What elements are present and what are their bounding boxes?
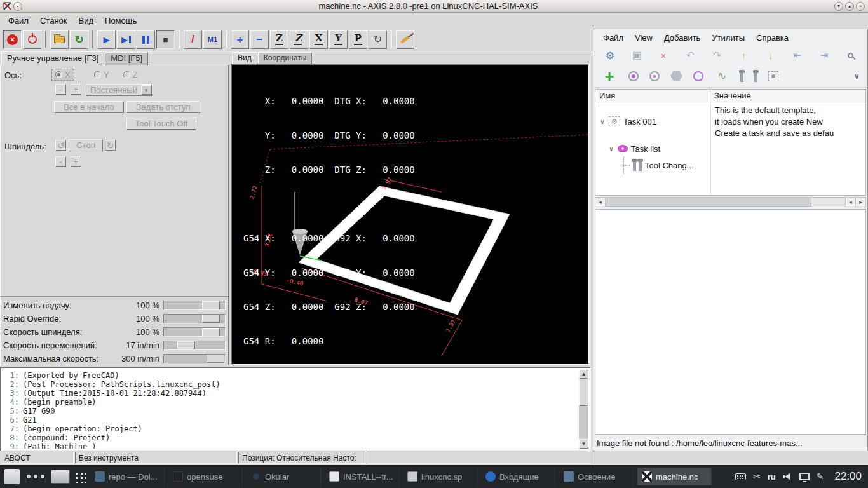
- tab-mdi[interactable]: MDI [F5]: [105, 52, 148, 65]
- spindle-plus-button[interactable]: +: [71, 156, 81, 167]
- gcode-line[interactable]: 6:G21: [5, 416, 576, 424]
- scrollbar-thumb[interactable]: [579, 379, 588, 406]
- home-all-button[interactable]: Все в начало: [54, 101, 124, 113]
- keyboard-layout-indicator[interactable]: ru: [768, 472, 776, 482]
- rapid-override-slider[interactable]: [163, 314, 226, 323]
- taskbar-item-mail[interactable]: Входящие: [481, 468, 555, 485]
- jog-speed-slider[interactable]: [163, 341, 226, 350]
- jog-minus-button[interactable]: -: [55, 84, 66, 95]
- open-file-button[interactable]: [50, 30, 69, 49]
- scroll-down-icon[interactable]: ▼: [579, 439, 588, 449]
- taskbar-item-okular[interactable]: Okular: [247, 468, 321, 485]
- view-p-button[interactable]: P: [349, 30, 367, 49]
- gcode-line[interactable]: 4:(begin preamble): [5, 398, 576, 407]
- hexagon-feature-icon[interactable]: [670, 71, 682, 81]
- gcode-line[interactable]: 1:(Exported by FreeCAD): [5, 371, 576, 380]
- show-desktop-button[interactable]: [51, 470, 70, 484]
- features-menu-add[interactable]: Добавить: [658, 30, 706, 45]
- menu-file[interactable]: Файл: [3, 14, 34, 27]
- scroll-up-icon[interactable]: ▲: [579, 369, 588, 379]
- view-z-button[interactable]: Z: [270, 30, 288, 49]
- pause-button[interactable]: [137, 30, 155, 49]
- taskbar-item-machine-nc[interactable]: machine.nc: [637, 468, 712, 485]
- move-down-icon[interactable]: ↓: [763, 48, 778, 63]
- spindle-stop-button[interactable]: Стоп: [69, 139, 103, 151]
- gcode-line[interactable]: 5:G17 G90: [5, 407, 576, 416]
- volume-icon[interactable]: [783, 473, 792, 481]
- tree-row-tool-change[interactable]: Tool Chang...: [595, 157, 865, 173]
- zoom-icon[interactable]: [843, 48, 858, 63]
- name-column-header[interactable]: Имя: [595, 90, 710, 102]
- spindle-ccw-button[interactable]: ↺: [55, 140, 66, 151]
- bolt-feature-icon[interactable]: [740, 73, 743, 82]
- probe-feature-icon[interactable]: [768, 71, 778, 81]
- clear-plot-button[interactable]: [396, 30, 414, 49]
- gcode-scrollbar[interactable]: ▲ ▼: [579, 369, 588, 449]
- maximize-button[interactable]: ▴: [845, 2, 854, 11]
- estop-button[interactable]: ×: [3, 30, 22, 49]
- machine-power-button[interactable]: [23, 30, 41, 49]
- tool-touch-off-button[interactable]: Tool Touch Off: [126, 118, 196, 130]
- scrollbar-thumb[interactable]: [606, 198, 811, 207]
- touch-off-button[interactable]: Задать отступ: [126, 101, 200, 113]
- pen-icon[interactable]: ✎: [817, 472, 824, 481]
- optional-stop-toggle[interactable]: M1: [203, 30, 222, 49]
- menu-help[interactable]: Помощь: [99, 14, 142, 27]
- axis-y-radio[interactable]: Y: [91, 69, 112, 81]
- view-z2-button[interactable]: Z: [290, 30, 308, 49]
- expander-icon[interactable]: ∨: [599, 118, 606, 125]
- preview-canvas[interactable]: 2.72 3.38 -0.83 -0.40 8.07 7.97 7.97 X: …: [231, 64, 590, 365]
- undo-icon[interactable]: ↶: [682, 48, 698, 63]
- tab-dro[interactable]: Координаты: [258, 52, 313, 64]
- clipboard-scissors-icon[interactable]: ✂: [753, 472, 761, 481]
- slider-handle[interactable]: [202, 301, 220, 309]
- slider-handle[interactable]: [177, 341, 195, 349]
- zoom-in-button[interactable]: +: [231, 30, 249, 49]
- feed-override-slider[interactable]: [163, 301, 226, 310]
- features-menu-view[interactable]: View: [629, 30, 658, 45]
- spindle-override-slider[interactable]: [163, 327, 226, 337]
- scroll-left-icon[interactable]: ◂: [595, 198, 606, 207]
- gcode-line[interactable]: 7:(begin operation: Project): [5, 424, 576, 433]
- pager-icon[interactable]: [24, 475, 47, 478]
- max-velocity-slider[interactable]: [163, 354, 226, 363]
- features-preview-pane[interactable]: [595, 209, 866, 435]
- keyboard-icon[interactable]: [735, 473, 746, 480]
- screw-feature-icon[interactable]: [754, 73, 757, 82]
- move-up-icon[interactable]: ↑: [736, 48, 752, 63]
- close-button[interactable]: ×: [856, 2, 865, 11]
- copy-icon[interactable]: ▣: [629, 48, 644, 63]
- view-x-button[interactable]: X: [309, 30, 328, 49]
- clock[interactable]: 22:00: [834, 470, 862, 483]
- axis-x-radio[interactable]: X: [51, 69, 74, 81]
- sticky-button[interactable]: •: [13, 2, 22, 11]
- taskbar-item-linuxcnc-sp[interactable]: linuxcnc.sp: [403, 468, 477, 485]
- zoom-out-button[interactable]: −: [250, 30, 269, 49]
- menu-view[interactable]: Вид: [73, 14, 100, 27]
- taskbar-item-help[interactable]: Освоение: [559, 468, 634, 485]
- gcode-line[interactable]: 2:(Post Processor: PathScripts.linuxcnc_…: [5, 380, 576, 389]
- scroll-left-icon[interactable]: ◂: [845, 198, 855, 207]
- rotate-view-button[interactable]: ↻: [369, 30, 387, 49]
- drill-icon[interactable]: [649, 71, 660, 81]
- axis-z-radio[interactable]: Z: [120, 69, 141, 81]
- jog-mode-dropdown[interactable]: Постоянный▾: [86, 84, 152, 96]
- stop-program-button[interactable]: ■: [156, 30, 175, 49]
- features-menu-utilities[interactable]: Утилиты: [706, 30, 750, 45]
- app-grid-button[interactable]: [74, 470, 86, 483]
- scrollbar-trough[interactable]: [606, 198, 845, 207]
- reload-file-button[interactable]: ↻: [70, 30, 88, 49]
- expander-icon[interactable]: ∨: [608, 146, 614, 152]
- slider-handle[interactable]: [202, 315, 220, 323]
- taskbar-item-terminal[interactable]: opensuse: [168, 468, 243, 485]
- features-menu-file[interactable]: Файл: [597, 30, 629, 45]
- delete-icon[interactable]: ×: [656, 48, 671, 63]
- features-menu-help[interactable]: Справка: [750, 30, 794, 45]
- taskbar-item-dolphin[interactable]: repo — Dol...: [90, 468, 165, 485]
- scroll-right-icon[interactable]: ▸: [855, 198, 865, 207]
- spindle-minus-button[interactable]: -: [55, 156, 66, 167]
- step-button[interactable]: ▶: [117, 30, 135, 49]
- outdent-icon[interactable]: ⇤: [790, 48, 805, 63]
- indent-icon[interactable]: ⇥: [817, 48, 832, 63]
- settings-icon[interactable]: ⚙: [602, 48, 618, 63]
